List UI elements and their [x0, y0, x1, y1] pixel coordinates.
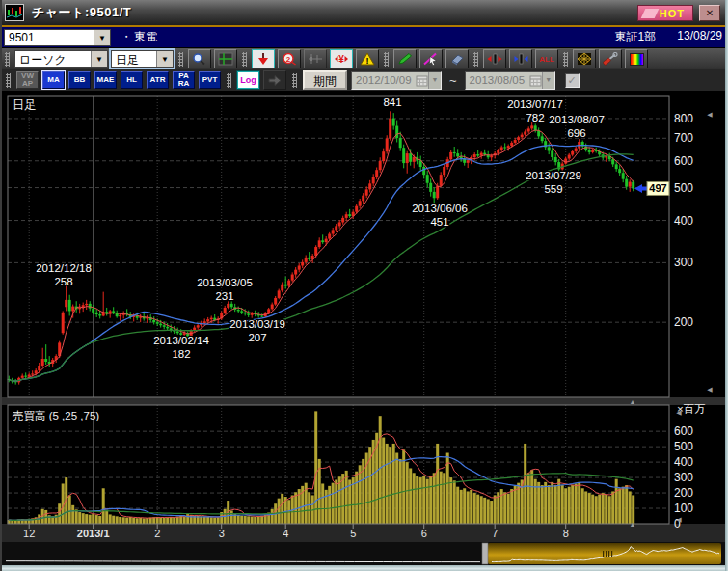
date-from-field[interactable]: 2012/10/09 ▼	[351, 71, 442, 90]
svg-text:12: 12	[23, 528, 35, 539]
pencil-icon[interactable]	[393, 49, 417, 68]
svg-text:100: 100	[674, 502, 693, 515]
svg-text:2012/12/18: 2012/12/18	[36, 262, 92, 274]
svg-text:◀: ◀	[676, 409, 682, 416]
timeframe-value: 日足	[112, 51, 156, 67]
svg-text:500: 500	[674, 181, 693, 195]
quote-date: 13/08/29	[677, 29, 722, 45]
indicator-ma-button[interactable]: MA	[42, 71, 65, 89]
chart-panel[interactable]: 2003004005006007008000100200300400500600…	[0, 91, 728, 542]
wrench-icon[interactable]	[599, 49, 622, 68]
svg-text:日足: 日足	[13, 98, 37, 112]
timeframe-combo[interactable]: 日足 ▼	[111, 50, 174, 68]
log-scale-button[interactable]: Log	[237, 71, 259, 89]
chevron-down-icon[interactable]: ▼	[428, 72, 441, 89]
candlestick-chart[interactable]: 2003004005006007008000100200300400500600…	[0, 91, 728, 542]
sell-arrow-icon[interactable]	[252, 49, 275, 68]
svg-text:2013/03/05: 2013/03/05	[197, 277, 253, 288]
svg-text:2013/1: 2013/1	[77, 528, 110, 539]
svg-text:400: 400	[674, 455, 693, 469]
svg-text:¥: ¥	[338, 54, 344, 65]
net-icon[interactable]	[573, 49, 596, 68]
svg-text:559: 559	[544, 183, 562, 195]
chevron-down-icon[interactable]: ▼	[94, 30, 110, 45]
eraser-icon[interactable]	[445, 49, 469, 68]
svg-text:▲: ▲	[630, 521, 636, 528]
symbol-bullet: ・	[121, 29, 132, 45]
toolbar-grip[interactable]	[384, 52, 389, 67]
toolbar-grip[interactable]	[473, 52, 478, 67]
yen-icon[interactable]: ¥	[330, 49, 353, 68]
svg-text:300: 300	[674, 471, 693, 484]
toolbar-grip[interactable]	[242, 52, 247, 67]
indicator-vwap-button[interactable]: VWAP	[16, 71, 39, 89]
trendline-icon[interactable]	[419, 49, 443, 68]
main-toolbar: ローソク ▼ 日足 ▼ 2 ¥ ! ALL	[0, 48, 728, 69]
date-to-field[interactable]: 2013/08/05 ▼	[465, 71, 555, 90]
svg-text:258: 258	[54, 276, 72, 287]
hot-button[interactable]: HOT	[637, 5, 693, 21]
chart-type-combo[interactable]: ローソク ▼	[14, 50, 108, 68]
toolbar-grip[interactable]	[563, 52, 568, 67]
market-label: 東証1部	[615, 29, 657, 45]
show-all-button[interactable]: ALL	[535, 49, 558, 68]
svg-text:◀: ◀	[676, 516, 682, 523]
navigator-sparkline[interactable]	[0, 542, 728, 565]
rainbow-icon[interactable]	[625, 49, 648, 68]
indicator-hl-button[interactable]: HL	[121, 71, 143, 89]
svg-text:7: 7	[492, 528, 498, 539]
svg-text:231: 231	[215, 290, 233, 302]
svg-text:2: 2	[154, 528, 160, 539]
svg-text:400: 400	[674, 214, 693, 228]
warning-icon[interactable]: !	[356, 49, 379, 68]
svg-text:700: 700	[674, 131, 693, 145]
chart-type-value: ローソク	[15, 51, 91, 67]
range-navigator[interactable]	[0, 542, 728, 565]
range-tilde: ~	[449, 73, 457, 88]
symbol-name: 東電	[134, 29, 157, 45]
svg-text:600: 600	[674, 424, 693, 438]
svg-text:売買高 (5 ,25 ,75): 売買高 (5 ,25 ,75)	[13, 410, 99, 421]
window-bottom-edge	[0, 565, 728, 571]
period-button[interactable]: 期間	[303, 70, 347, 90]
chevron-down-icon[interactable]: ▼	[542, 72, 554, 89]
narrow-bars-icon[interactable]	[509, 49, 532, 68]
symbol-combo[interactable]: 9501 ▼	[4, 29, 111, 46]
svg-text:2: 2	[286, 55, 291, 64]
widen-bars-icon[interactable]	[483, 49, 506, 68]
toolbar-grip[interactable]	[227, 73, 231, 88]
svg-text:6: 6	[421, 528, 427, 539]
grid-icon[interactable]	[214, 49, 237, 68]
chevron-down-icon[interactable]: ▼	[156, 51, 173, 67]
close-button[interactable]: ✕	[699, 5, 720, 21]
chevron-down-icon[interactable]: ▼	[91, 51, 107, 67]
indicator-bb-button[interactable]: BB	[68, 71, 91, 89]
svg-text:600: 600	[674, 154, 693, 168]
toolbar-grip[interactable]	[178, 52, 183, 67]
zoom-icon[interactable]	[188, 49, 211, 68]
svg-text:8: 8	[563, 528, 569, 539]
svg-text:2013/07/29: 2013/07/29	[526, 170, 581, 181]
indicator-para-button[interactable]: PARA	[173, 71, 195, 89]
measure-icon[interactable]	[304, 49, 327, 68]
window-title: チャート:9501/T	[32, 4, 131, 21]
svg-text:2013/06/06: 2013/06/06	[412, 203, 468, 214]
app-icon	[5, 4, 24, 21]
indicator-mae-button[interactable]: MAE	[94, 71, 117, 89]
indicator-atr-button[interactable]: ATR	[147, 71, 169, 89]
hot-button-decoration	[641, 9, 660, 18]
apply-period-checkbox[interactable]: ✓	[565, 73, 580, 88]
toolbar-grip[interactable]	[292, 73, 297, 88]
indicator-toolbar: VWAP MA BB MAE HL ATR PARA PVT Log 期間 20…	[0, 69, 728, 91]
svg-text:182: 182	[172, 348, 190, 360]
quote-bar: 9501 ▼ ・ 東電 東証1部 13/08/29	[0, 27, 728, 48]
title-bar[interactable]: チャート:9501/T HOT ✕	[0, 0, 728, 25]
symbol-value: 9501	[5, 30, 94, 45]
toolbar-grip[interactable]	[5, 52, 10, 67]
compare-arrow-icon[interactable]	[263, 70, 286, 90]
indicator-pvt-button[interactable]: PVT	[199, 71, 221, 89]
svg-text:2013/02/14: 2013/02/14	[153, 335, 209, 346]
order-2-icon[interactable]: 2	[278, 49, 301, 68]
toolbar-grip[interactable]	[6, 73, 11, 88]
svg-text:2013/07/17: 2013/07/17	[507, 98, 563, 110]
